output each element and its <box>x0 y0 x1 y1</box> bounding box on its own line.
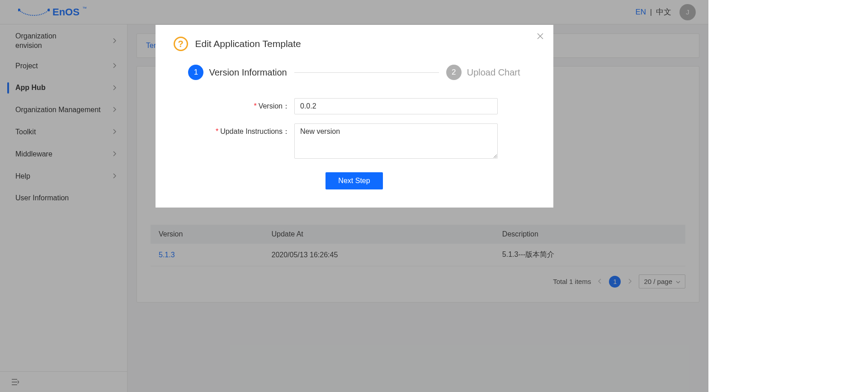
modal-close-button[interactable] <box>535 31 545 41</box>
help-icon: ? <box>174 37 188 51</box>
next-step-button[interactable]: Next Step <box>326 172 382 189</box>
step-connector <box>294 72 439 73</box>
modal-overlay[interactable]: ? Edit Application Template 1 Version In… <box>0 0 708 392</box>
modal-title: Edit Application Template <box>195 38 301 49</box>
step-1-number: 1 <box>188 65 203 80</box>
modal-form: *Version： *Update Instructions： Next Ste… <box>174 98 535 189</box>
step-1-label: Version Information <box>209 67 287 78</box>
close-icon <box>537 33 544 40</box>
step-2: 2 Upload Chart <box>446 65 520 80</box>
instructions-label: *Update Instructions： <box>211 123 290 137</box>
version-label: *Version： <box>211 98 290 111</box>
edit-template-modal: ? Edit Application Template 1 Version In… <box>156 25 553 208</box>
step-1: 1 Version Information <box>188 65 287 80</box>
instructions-textarea[interactable] <box>294 123 498 159</box>
version-input[interactable] <box>294 98 498 114</box>
steps: 1 Version Information 2 Upload Chart <box>174 65 535 80</box>
step-2-label: Upload Chart <box>467 67 520 78</box>
step-2-number: 2 <box>446 65 462 80</box>
